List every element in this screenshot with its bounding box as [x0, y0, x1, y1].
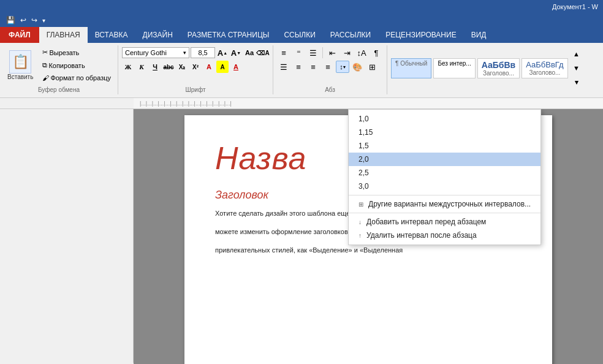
align-center-button[interactable]: ≡	[292, 61, 305, 73]
justify-button[interactable]: ≡	[321, 61, 335, 73]
spacing-1-5-label: 1,5	[358, 142, 369, 150]
add-space-before[interactable]: ↓ Добавить интервал перед абзацем	[349, 215, 540, 229]
style-no-spacing[interactable]: Без интер...	[433, 58, 475, 78]
spacing-2-5[interactable]: 2,5	[349, 166, 540, 180]
tab-mailings[interactable]: РАССЫЛКИ	[323, 27, 378, 43]
line-spacing-dropdown: 1,0 1,15 1,5 2,0 2,5 3,0 ⊞ Другие вариан…	[348, 109, 541, 245]
font-color-button[interactable]: A	[230, 61, 242, 73]
spacing-2-0[interactable]: 2,0	[349, 153, 540, 166]
clear-format-button[interactable]: ⌫A	[257, 47, 269, 59]
undo-button[interactable]: ↩	[19, 16, 28, 25]
bold-button[interactable]: Ж	[122, 61, 134, 73]
text-effects-button[interactable]: A	[203, 61, 215, 73]
paste-button[interactable]: 📋 Вставить	[4, 49, 37, 82]
change-case-button[interactable]: Аа	[243, 47, 256, 59]
style-normal[interactable]: ¶ Обычный	[391, 58, 431, 78]
title-bar: Документ1 - W	[0, 0, 603, 13]
style-heading2[interactable]: АаБбВвГд Заголово...	[521, 58, 567, 78]
add-space-before-label: Добавить интервал перед абзацем	[366, 218, 486, 226]
format-painter-button[interactable]: 🖌 Формат по образцу	[39, 72, 114, 83]
font-name-box[interactable]: Century Gothi ▾	[122, 47, 189, 58]
more-spacing-label: Другие варианты междустрочных интервалов…	[368, 200, 531, 208]
spacing-1-0-label: 1,0	[358, 115, 369, 123]
superscript-button[interactable]: X²	[189, 61, 202, 73]
more-spacing-icon: ⊞	[358, 201, 363, 208]
title-text: Документ1 - W	[552, 3, 598, 10]
left-sidebar	[0, 109, 134, 363]
show-marks-button[interactable]: ¶	[370, 47, 383, 59]
font-selector-row: Century Gothi ▾ 8,5 A▲ A▼ Аа ⌫A	[122, 47, 269, 59]
tab-references[interactable]: ССЫЛКИ	[276, 27, 322, 43]
decrease-font-button[interactable]: A▼	[230, 47, 242, 59]
spacing-1-0[interactable]: 1,0	[349, 112, 540, 126]
spacing-3-0[interactable]: 3,0	[349, 180, 540, 193]
underline-button[interactable]: Ч	[149, 61, 161, 73]
subscript-button[interactable]: X₂	[176, 61, 188, 73]
scissors-icon: ✂	[42, 48, 48, 56]
numbered-list-button[interactable]: ⁼	[292, 47, 305, 59]
increase-font-button[interactable]: A▲	[216, 47, 229, 59]
menu-bar: ФАЙЛ ГЛАВНАЯ ВСТАВКА ДИЗАЙН РАЗМЕТКА СТР…	[0, 27, 603, 43]
more-spacing-options[interactable]: ⊞ Другие варианты междустрочных интервал…	[349, 197, 540, 211]
ribbon: 📋 Вставить ✂ Вырезать ⧉ Копировать 🖌 Фор…	[0, 43, 603, 98]
tab-insert[interactable]: ВСТАВКА	[88, 27, 135, 43]
tab-view[interactable]: ВИД	[464, 27, 494, 43]
paste-icon: 📋	[9, 50, 31, 74]
dropdown-separator-1	[349, 195, 540, 195]
strikethrough-button[interactable]: abc	[162, 61, 175, 73]
clipboard-group: 📋 Вставить ✂ Вырезать ⧉ Копировать 🖌 Фор…	[0, 45, 118, 94]
font-dropdown-icon: ▾	[183, 50, 186, 56]
font-size-box[interactable]: 8,5	[191, 47, 215, 58]
tab-design[interactable]: ДИЗАЙН	[135, 27, 180, 43]
highlight-button[interactable]: A	[216, 61, 229, 73]
multilevel-list-button[interactable]: ☰	[306, 47, 320, 59]
cut-button[interactable]: ✂ Вырезать	[39, 47, 114, 58]
spacing-3-0-label: 3,0	[358, 182, 369, 191]
shading-button[interactable]: 🎨	[351, 61, 364, 73]
tab-home[interactable]: ГЛАВНАЯ	[39, 27, 88, 43]
format-painter-icon: 🖌	[42, 74, 49, 82]
ruler-left-spacer	[0, 98, 134, 108]
styles-more-button[interactable]: ▾	[571, 76, 583, 88]
add-space-before-icon: ↓	[358, 219, 362, 226]
styles-down-button[interactable]: ▼	[571, 62, 583, 74]
save-button[interactable]: 💾	[5, 16, 17, 25]
tab-layout[interactable]: РАЗМЕТКА СТРАНИЦЫ	[180, 27, 277, 43]
decrease-indent-button[interactable]: ⇤	[325, 47, 339, 59]
redo-button[interactable]: ↪	[30, 16, 39, 25]
sort-button[interactable]: ↕A	[355, 47, 368, 59]
font-group: Century Gothi ▾ 8,5 A▲ A▼ Аа ⌫A Ж К Ч ab…	[118, 45, 273, 94]
paste-label: Вставить	[7, 74, 33, 80]
align-left-button[interactable]: ☰	[277, 61, 290, 73]
increase-indent-button[interactable]: ⇥	[340, 47, 354, 59]
remove-space-after-icon: ↑	[358, 232, 362, 239]
file-tab[interactable]: ФАЙЛ	[0, 27, 39, 43]
bullets-button[interactable]: ≡	[277, 47, 290, 59]
dropdown-separator-2	[349, 213, 540, 213]
quick-access-toolbar: 💾 ↩ ↪ ▾	[0, 13, 603, 27]
font-label: Шрифт	[186, 86, 206, 93]
styles-up-button[interactable]: ▲	[571, 48, 583, 60]
paragraph-group: ≡ ⁼ ☰ ⇤ ⇥ ↕A ¶ ☰ ≡ ≡ ≡ ↕ ▾ 🎨 ⊞	[273, 45, 387, 94]
separator	[322, 47, 323, 58]
styles-group: ¶ Обычный Без интер... АаБбВв Заголово..…	[387, 45, 586, 91]
document-canvas: Назва Заголовок Хотите сделать дизайн эт…	[134, 109, 603, 364]
style-heading1[interactable]: АаБбВв Заголово...	[477, 58, 520, 78]
align-right-button[interactable]: ≡	[306, 61, 320, 73]
more-button[interactable]: ▾	[41, 17, 47, 24]
spacing-1-5[interactable]: 1,5	[349, 139, 540, 153]
spacing-1-15[interactable]: 1,15	[349, 126, 540, 139]
tab-review[interactable]: РЕЦЕНЗИРОВАНИЕ	[378, 27, 463, 43]
borders-button[interactable]: ⊞	[365, 61, 379, 73]
line-spacing-dropdown-icon: ▾	[343, 64, 346, 70]
line-spacing-button[interactable]: ↕ ▾	[336, 61, 349, 73]
ruler: |...|...|...|...|...|...|...|...|...|...…	[134, 98, 603, 109]
format-buttons-row: Ж К Ч abc X₂ X² A A A	[122, 61, 269, 73]
remove-space-after[interactable]: ↑ Удалить интервал после абзаца	[349, 229, 540, 242]
copy-icon: ⧉	[42, 61, 47, 69]
doc-para-3: привлекательных стилей, как «Выделение» …	[215, 243, 521, 257]
paragraph-label: Абз	[325, 86, 335, 93]
copy-button[interactable]: ⧉ Копировать	[39, 59, 114, 71]
main-area: Назва Заголовок Хотите сделать дизайн эт…	[0, 109, 603, 363]
italic-button[interactable]: К	[135, 61, 148, 73]
